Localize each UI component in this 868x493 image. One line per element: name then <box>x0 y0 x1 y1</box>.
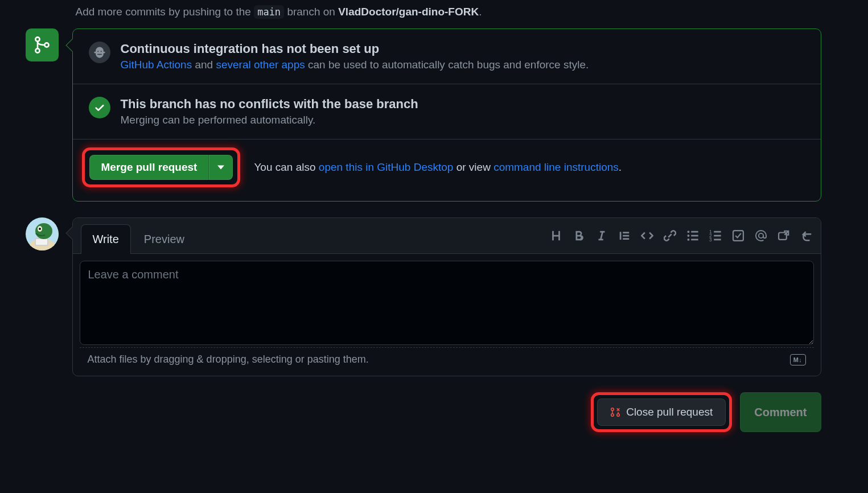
cross-reference-icon[interactable] <box>778 229 790 242</box>
git-merge-icon <box>33 36 51 54</box>
merge-options-dropdown[interactable] <box>209 155 233 180</box>
tasklist-icon[interactable] <box>732 229 744 242</box>
svg-rect-15 <box>691 239 698 241</box>
cli-instructions-link[interactable]: command line instructions <box>493 161 619 173</box>
tab-preview[interactable]: Preview <box>132 224 196 254</box>
comment-button[interactable]: Comment <box>740 392 821 432</box>
svg-point-0 <box>35 37 39 41</box>
reply-icon[interactable] <box>800 229 813 242</box>
comment-panel: Write Preview 123 <box>72 217 821 376</box>
bot-icon <box>89 42 110 63</box>
svg-rect-14 <box>691 235 698 237</box>
svg-rect-19 <box>714 231 721 233</box>
merge-pr-button[interactable]: Merge pull request <box>89 155 209 180</box>
formatting-toolbar: 123 <box>550 229 813 242</box>
svg-rect-21 <box>714 239 721 241</box>
markdown-icon[interactable]: M↓ <box>790 354 806 365</box>
merge-button-highlight: Merge pull request <box>82 147 241 187</box>
other-apps-link[interactable]: several other apps <box>216 59 305 71</box>
branch-code: main <box>254 5 284 19</box>
svg-rect-22 <box>733 231 743 241</box>
numbered-list-icon[interactable]: 123 <box>709 229 722 242</box>
hint-suffix: . <box>479 6 482 18</box>
svg-text:3: 3 <box>709 237 712 242</box>
merge-status-badge <box>26 28 59 61</box>
open-github-desktop-link[interactable]: open this in GitHub Desktop <box>319 161 454 173</box>
bulleted-list-icon[interactable] <box>686 229 699 242</box>
svg-point-23 <box>758 233 763 238</box>
link-icon[interactable] <box>664 229 676 242</box>
mention-icon[interactable] <box>755 229 767 242</box>
github-actions-link[interactable]: GitHub Actions <box>121 59 192 71</box>
caret-down-icon <box>217 164 224 171</box>
attach-hint-text[interactable]: Attach files by dragging & dropping, sel… <box>88 354 369 365</box>
italic-icon[interactable] <box>595 229 608 242</box>
ci-not-setup-title: Continuous integration has not been set … <box>121 42 589 56</box>
svg-rect-20 <box>714 235 721 237</box>
svg-rect-6 <box>36 239 47 245</box>
svg-point-10 <box>687 231 689 233</box>
tab-write[interactable]: Write <box>81 224 131 254</box>
svg-point-9 <box>39 228 41 230</box>
hint-mid: branch on <box>284 6 338 18</box>
push-hint: Add more commits by pushing to the main … <box>76 6 855 18</box>
svg-point-27 <box>617 414 620 417</box>
heading-icon[interactable] <box>550 229 562 242</box>
no-conflicts-title: This branch has no conflicts with the ba… <box>121 97 418 112</box>
close-pr-button[interactable]: Close pull request <box>597 398 726 426</box>
close-pr-label: Close pull request <box>626 406 713 418</box>
svg-point-12 <box>687 239 689 241</box>
no-conflicts-sub: Merging can be performed automatically. <box>121 114 418 126</box>
code-icon[interactable] <box>641 229 653 242</box>
svg-point-7 <box>35 223 52 239</box>
close-button-highlight: Close pull request <box>591 392 732 432</box>
repo-name: VladDoctor/gan-dino-FORK <box>338 6 479 18</box>
comment-textarea[interactable] <box>80 261 814 345</box>
user-avatar[interactable] <box>26 217 59 250</box>
svg-rect-13 <box>691 231 698 233</box>
bold-icon[interactable] <box>573 229 585 242</box>
merge-panel: Continuous integration has not been set … <box>72 28 821 202</box>
check-icon <box>89 97 110 118</box>
svg-point-25 <box>611 408 614 411</box>
hint-prefix: Add more commits by pushing to the <box>76 6 254 18</box>
svg-point-11 <box>687 235 689 237</box>
ci-subtext: GitHub Actions and several other apps ca… <box>121 59 589 71</box>
svg-point-2 <box>44 43 48 47</box>
git-pr-closed-icon <box>610 407 620 417</box>
merge-also-text: You can also open this in GitHub Desktop… <box>254 161 622 174</box>
svg-point-1 <box>35 48 39 52</box>
quote-icon[interactable] <box>618 229 631 242</box>
svg-point-26 <box>611 414 614 417</box>
